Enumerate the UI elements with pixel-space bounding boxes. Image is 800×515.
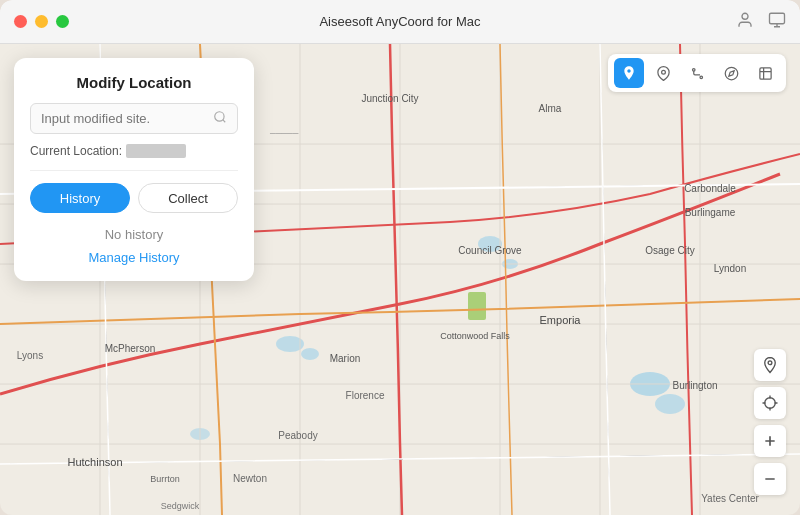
svg-text:Florence: Florence [346,390,385,401]
compass-tool-btn[interactable] [716,58,746,88]
svg-text:Burlington: Burlington [672,380,717,391]
svg-text:Burlingame: Burlingame [685,207,736,218]
map-container: Junction City Alma Carbondale Burlingame… [0,44,800,515]
svg-point-47 [692,68,695,71]
svg-text:Burrton: Burrton [150,474,180,484]
map-toolbar [608,54,786,92]
search-row [30,103,238,134]
manage-history-link[interactable]: Manage History [30,250,238,265]
current-location-row: Current Location: [30,144,238,171]
panel-title: Modify Location [30,74,238,91]
svg-point-58 [215,112,224,121]
svg-point-46 [661,70,665,74]
map-controls [754,349,786,495]
crosshair-btn[interactable] [754,387,786,419]
svg-text:Osage City: Osage City [645,245,694,256]
pin-tool-btn[interactable] [648,58,678,88]
search-icon [213,110,227,127]
close-button[interactable] [14,15,27,28]
window-title: Aiseesoft AnyCoord for Mac [319,14,480,29]
svg-rect-1 [770,13,785,24]
location-tool-btn[interactable] [614,58,644,88]
svg-text:Yates Center: Yates Center [701,493,759,504]
svg-point-8 [655,394,685,414]
route-tool-btn[interactable] [682,58,712,88]
svg-text:─────: ───── [269,129,299,138]
svg-text:McPherson: McPherson [105,343,156,354]
location-center-btn[interactable] [754,349,786,381]
screen-icon[interactable] [768,11,786,33]
no-history-text: No history [30,227,238,242]
svg-text:Sedgwick: Sedgwick [161,501,200,511]
zoom-in-btn[interactable] [754,425,786,457]
search-input[interactable] [41,111,213,126]
titlebar-actions [736,11,786,33]
titlebar: Aiseesoft AnyCoord for Mac [0,0,800,44]
tab-row: History Collect [30,183,238,213]
svg-rect-10 [468,292,486,320]
history-tab[interactable]: History [30,183,130,213]
current-location-value [126,144,186,158]
svg-text:Cottonwood Falls: Cottonwood Falls [440,331,510,341]
svg-text:Emporia: Emporia [540,314,582,326]
svg-text:Alma: Alma [539,103,562,114]
svg-text:Carbondale: Carbondale [684,183,736,194]
svg-text:Peabody: Peabody [278,430,317,441]
collect-tab[interactable]: Collect [138,183,238,213]
svg-point-6 [301,348,319,360]
traffic-lights [14,15,69,28]
svg-text:Hutchinson: Hutchinson [67,456,122,468]
svg-text:Marion: Marion [330,353,361,364]
modify-location-panel: Modify Location Current Location: Histor… [14,58,254,281]
svg-text:Lyndon: Lyndon [714,263,746,274]
maximize-button[interactable] [56,15,69,28]
svg-point-48 [700,76,703,79]
svg-text:Council Grove: Council Grove [458,245,522,256]
svg-point-50 [765,398,776,409]
current-location-label: Current Location: [30,144,122,158]
svg-text:Lyons: Lyons [17,350,43,361]
export-tool-btn[interactable] [750,58,780,88]
user-icon[interactable] [736,11,754,33]
zoom-out-btn[interactable] [754,463,786,495]
svg-text:Newton: Newton [233,473,267,484]
svg-point-49 [725,67,738,80]
minimize-button[interactable] [35,15,48,28]
svg-point-0 [742,13,748,19]
svg-text:Junction City: Junction City [361,93,418,104]
